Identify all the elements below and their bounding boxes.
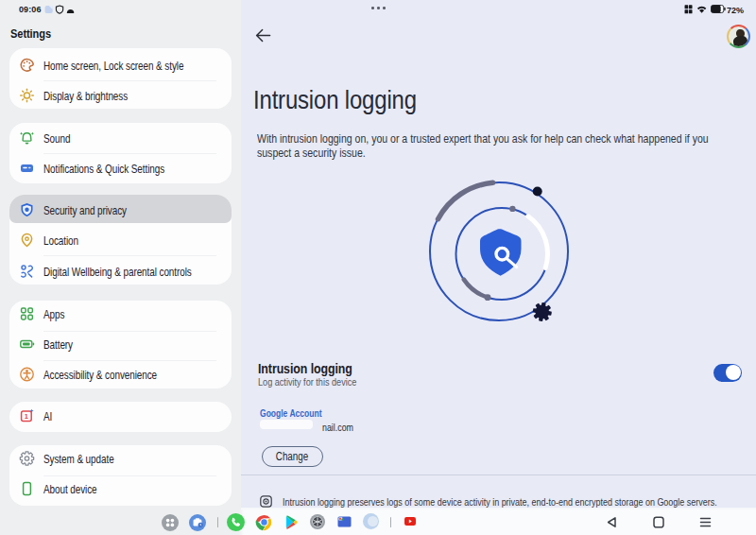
svg-text:1: 1 xyxy=(24,411,27,420)
